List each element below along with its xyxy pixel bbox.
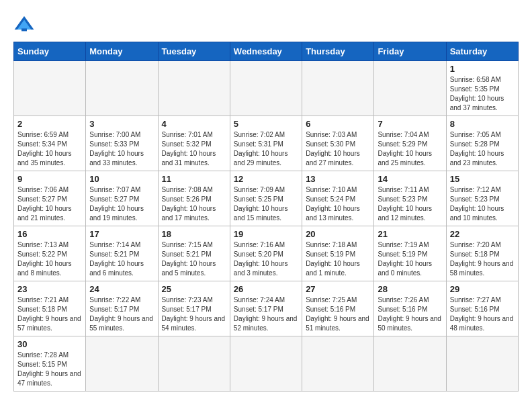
day-number: 18: [162, 229, 226, 239]
day-info: Sunrise: 7:02 AM Sunset: 5:31 PM Dayligh…: [234, 130, 298, 168]
logo-icon: [13, 13, 35, 35]
day-number: 28: [378, 284, 442, 294]
calendar-day-cell: 6Sunrise: 7:03 AM Sunset: 5:30 PM Daylig…: [302, 116, 374, 171]
calendar-day-cell: 1Sunrise: 6:58 AM Sunset: 5:35 PM Daylig…: [446, 61, 518, 116]
calendar-day-cell: [230, 61, 302, 116]
day-number: 1: [450, 64, 515, 74]
calendar-day-cell: 24Sunrise: 7:22 AM Sunset: 5:17 PM Dayli…: [86, 281, 158, 336]
calendar-day-cell: [158, 336, 230, 392]
day-number: 25: [162, 284, 226, 294]
weekday-header-thursday: Thursday: [302, 42, 374, 61]
calendar-table: SundayMondayTuesdayWednesdayThursdayFrid…: [13, 42, 519, 392]
day-info: Sunrise: 7:16 AM Sunset: 5:20 PM Dayligh…: [234, 240, 298, 278]
day-info: Sunrise: 7:13 AM Sunset: 5:22 PM Dayligh…: [17, 240, 82, 278]
calendar-day-cell: [446, 336, 518, 392]
weekday-header-monday: Monday: [86, 42, 158, 61]
weekday-header-saturday: Saturday: [446, 42, 518, 61]
calendar-day-cell: 15Sunrise: 7:12 AM Sunset: 5:23 PM Dayli…: [446, 171, 518, 226]
day-number: 7: [378, 119, 442, 129]
day-info: Sunrise: 7:07 AM Sunset: 5:27 PM Dayligh…: [89, 185, 154, 223]
calendar-day-cell: 12Sunrise: 7:09 AM Sunset: 5:25 PM Dayli…: [230, 171, 302, 226]
day-number: 17: [89, 229, 154, 239]
calendar-day-cell: 28Sunrise: 7:26 AM Sunset: 5:16 PM Dayli…: [374, 281, 446, 336]
day-info: Sunrise: 7:09 AM Sunset: 5:25 PM Dayligh…: [234, 185, 298, 223]
logo: [13, 13, 39, 35]
calendar-day-cell: 26Sunrise: 7:24 AM Sunset: 5:17 PM Dayli…: [230, 281, 302, 336]
calendar-day-cell: 19Sunrise: 7:16 AM Sunset: 5:20 PM Dayli…: [230, 226, 302, 281]
weekday-header-tuesday: Tuesday: [158, 42, 230, 61]
page-header: [13, 13, 519, 35]
day-number: 4: [162, 119, 226, 129]
calendar-day-cell: [374, 336, 446, 392]
calendar-day-cell: 10Sunrise: 7:07 AM Sunset: 5:27 PM Dayli…: [86, 171, 158, 226]
day-number: 5: [234, 119, 298, 129]
day-number: 15: [450, 174, 515, 184]
calendar-day-cell: [158, 61, 230, 116]
day-info: Sunrise: 7:05 AM Sunset: 5:28 PM Dayligh…: [450, 130, 515, 168]
calendar-day-cell: 22Sunrise: 7:20 AM Sunset: 5:18 PM Dayli…: [446, 226, 518, 281]
calendar-day-cell: 9Sunrise: 7:06 AM Sunset: 5:27 PM Daylig…: [14, 171, 86, 226]
day-number: 20: [306, 229, 370, 239]
day-number: 9: [17, 174, 82, 184]
day-number: 19: [234, 229, 298, 239]
calendar-day-cell: 2Sunrise: 6:59 AM Sunset: 5:34 PM Daylig…: [14, 116, 86, 171]
day-info: Sunrise: 7:23 AM Sunset: 5:17 PM Dayligh…: [162, 295, 226, 333]
calendar-day-cell: 13Sunrise: 7:10 AM Sunset: 5:24 PM Dayli…: [302, 171, 374, 226]
calendar-day-cell: 18Sunrise: 7:15 AM Sunset: 5:21 PM Dayli…: [158, 226, 230, 281]
day-info: Sunrise: 7:04 AM Sunset: 5:29 PM Dayligh…: [378, 130, 442, 168]
calendar-day-cell: 29Sunrise: 7:27 AM Sunset: 5:16 PM Dayli…: [446, 281, 518, 336]
calendar-day-cell: [302, 336, 374, 392]
day-info: Sunrise: 7:10 AM Sunset: 5:24 PM Dayligh…: [306, 185, 370, 223]
calendar-day-cell: 8Sunrise: 7:05 AM Sunset: 5:28 PM Daylig…: [446, 116, 518, 171]
weekday-header-wednesday: Wednesday: [230, 42, 302, 61]
calendar-day-cell: 30Sunrise: 7:28 AM Sunset: 5:15 PM Dayli…: [14, 336, 86, 392]
calendar-day-cell: [86, 336, 158, 392]
calendar-day-cell: 21Sunrise: 7:19 AM Sunset: 5:19 PM Dayli…: [374, 226, 446, 281]
day-info: Sunrise: 6:59 AM Sunset: 5:34 PM Dayligh…: [17, 130, 82, 168]
weekday-header-friday: Friday: [374, 42, 446, 61]
day-info: Sunrise: 7:21 AM Sunset: 5:18 PM Dayligh…: [17, 295, 82, 333]
calendar-week-row: 23Sunrise: 7:21 AM Sunset: 5:18 PM Dayli…: [14, 281, 519, 336]
calendar-day-cell: 3Sunrise: 7:00 AM Sunset: 5:33 PM Daylig…: [86, 116, 158, 171]
day-number: 6: [306, 119, 370, 129]
calendar-week-row: 9Sunrise: 7:06 AM Sunset: 5:27 PM Daylig…: [14, 171, 519, 226]
calendar-header: SundayMondayTuesdayWednesdayThursdayFrid…: [14, 42, 519, 61]
calendar-week-row: 1Sunrise: 6:58 AM Sunset: 5:35 PM Daylig…: [14, 61, 519, 116]
calendar-day-cell: 5Sunrise: 7:02 AM Sunset: 5:31 PM Daylig…: [230, 116, 302, 171]
day-info: Sunrise: 6:58 AM Sunset: 5:35 PM Dayligh…: [450, 75, 515, 113]
calendar-day-cell: 14Sunrise: 7:11 AM Sunset: 5:23 PM Dayli…: [374, 171, 446, 226]
day-number: 8: [450, 119, 515, 129]
calendar-day-cell: 11Sunrise: 7:08 AM Sunset: 5:26 PM Dayli…: [158, 171, 230, 226]
day-number: 16: [17, 229, 82, 239]
day-info: Sunrise: 7:19 AM Sunset: 5:19 PM Dayligh…: [378, 240, 442, 278]
calendar-body: 1Sunrise: 6:58 AM Sunset: 5:35 PM Daylig…: [14, 61, 519, 392]
day-info: Sunrise: 7:27 AM Sunset: 5:16 PM Dayligh…: [450, 295, 515, 333]
weekday-row: SundayMondayTuesdayWednesdayThursdayFrid…: [14, 42, 519, 61]
calendar-day-cell: [230, 336, 302, 392]
day-info: Sunrise: 7:00 AM Sunset: 5:33 PM Dayligh…: [89, 130, 154, 168]
day-number: 14: [378, 174, 442, 184]
calendar-week-row: 16Sunrise: 7:13 AM Sunset: 5:22 PM Dayli…: [14, 226, 519, 281]
day-info: Sunrise: 7:24 AM Sunset: 5:17 PM Dayligh…: [234, 295, 298, 333]
day-info: Sunrise: 7:15 AM Sunset: 5:21 PM Dayligh…: [162, 240, 226, 278]
calendar-day-cell: [302, 61, 374, 116]
day-info: Sunrise: 7:11 AM Sunset: 5:23 PM Dayligh…: [378, 185, 442, 223]
day-info: Sunrise: 7:26 AM Sunset: 5:16 PM Dayligh…: [378, 295, 442, 333]
day-number: 23: [17, 284, 82, 294]
calendar-day-cell: [374, 61, 446, 116]
day-number: 30: [17, 339, 82, 349]
day-number: 29: [450, 284, 515, 294]
day-info: Sunrise: 7:12 AM Sunset: 5:23 PM Dayligh…: [450, 185, 515, 223]
day-number: 3: [89, 119, 154, 129]
calendar-week-row: 2Sunrise: 6:59 AM Sunset: 5:34 PM Daylig…: [14, 116, 519, 171]
day-number: 21: [378, 229, 442, 239]
weekday-header-sunday: Sunday: [14, 42, 86, 61]
day-info: Sunrise: 7:14 AM Sunset: 5:21 PM Dayligh…: [89, 240, 154, 278]
calendar-day-cell: 7Sunrise: 7:04 AM Sunset: 5:29 PM Daylig…: [374, 116, 446, 171]
calendar-day-cell: [14, 61, 86, 116]
day-number: 12: [234, 174, 298, 184]
day-number: 27: [306, 284, 370, 294]
calendar-day-cell: 27Sunrise: 7:25 AM Sunset: 5:16 PM Dayli…: [302, 281, 374, 336]
day-number: 2: [17, 119, 82, 129]
calendar-day-cell: 25Sunrise: 7:23 AM Sunset: 5:17 PM Dayli…: [158, 281, 230, 336]
